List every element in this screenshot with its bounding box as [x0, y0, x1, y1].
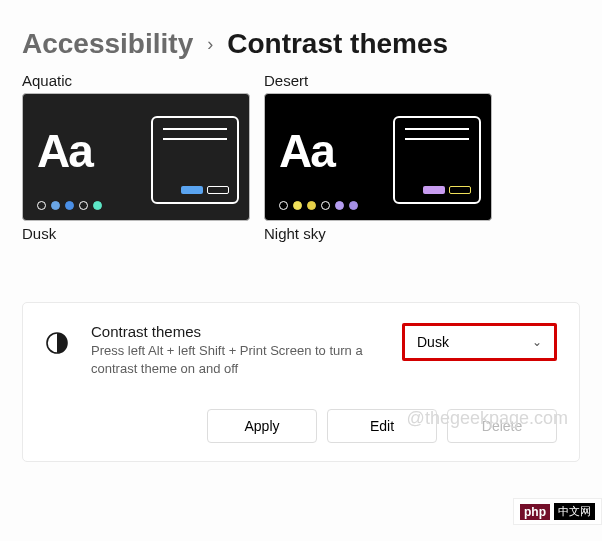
sample-text: Aa: [279, 124, 334, 178]
theme-thumbnail[interactable]: Aa: [22, 93, 250, 221]
theme-dropdown[interactable]: Dusk ⌄: [402, 323, 557, 361]
card-title: Contrast themes: [91, 323, 380, 340]
mini-window-icon: [151, 116, 239, 204]
edit-button[interactable]: Edit: [327, 409, 437, 443]
chevron-right-icon: ›: [207, 34, 213, 55]
breadcrumb-parent[interactable]: Accessibility: [22, 28, 193, 60]
dropdown-value: Dusk: [417, 334, 449, 350]
badge-right: 中文网: [554, 503, 595, 520]
theme-label: Aquatic: [22, 68, 250, 93]
theme-grid: Aquatic Aa Dusk Desert Aa: [0, 68, 602, 246]
palette-dots: [279, 201, 358, 210]
theme-aquatic[interactable]: Aquatic Aa Dusk: [22, 68, 250, 246]
button-row: Apply Edit Delete: [45, 409, 557, 443]
theme-label: Desert: [264, 68, 492, 93]
apply-button[interactable]: Apply: [207, 409, 317, 443]
mini-window-icon: [393, 116, 481, 204]
delete-button: Delete: [447, 409, 557, 443]
contrast-themes-card: Contrast themes Press left Alt + left Sh…: [22, 302, 580, 462]
theme-thumbnail[interactable]: Aa: [264, 93, 492, 221]
badge-left: php: [520, 504, 550, 520]
chevron-down-icon: ⌄: [532, 335, 542, 349]
card-description: Press left Alt + left Shift + Print Scre…: [91, 342, 380, 377]
breadcrumb: Accessibility › Contrast themes: [0, 0, 602, 68]
sample-text: Aa: [37, 124, 92, 178]
contrast-icon: [45, 331, 69, 355]
breadcrumb-current: Contrast themes: [227, 28, 448, 60]
site-badge: php 中文网: [513, 498, 602, 525]
palette-dots: [37, 201, 102, 210]
theme-label: Dusk: [22, 221, 250, 246]
theme-label: Night sky: [264, 221, 492, 246]
theme-desert[interactable]: Desert Aa Night sky: [264, 68, 492, 246]
